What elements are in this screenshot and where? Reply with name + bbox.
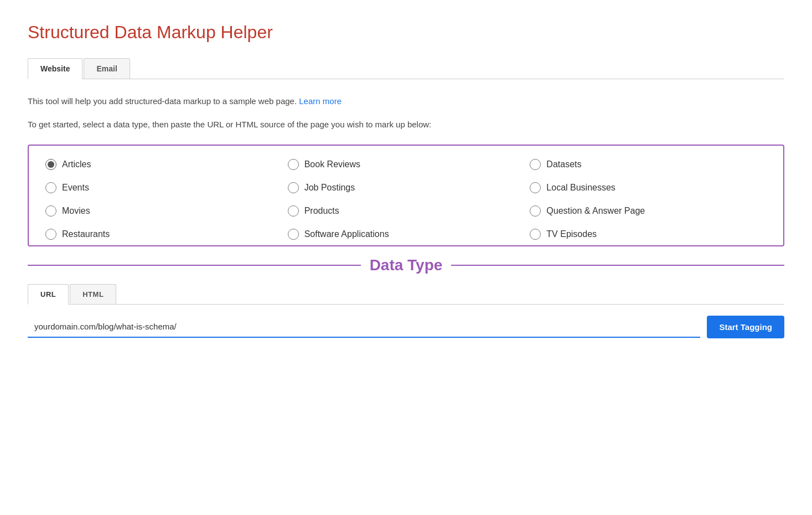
radio-label-datasets: Datasets (546, 159, 581, 169)
radio-label-book-reviews: Book Reviews (304, 159, 360, 169)
radio-item-restaurants[interactable]: Restaurants (45, 229, 282, 240)
radio-local-businesses[interactable] (530, 182, 541, 193)
radio-item-job-postings[interactable]: Job Postings (288, 182, 525, 193)
radio-label-products: Products (304, 206, 339, 216)
url-row: Start Tagging (28, 316, 784, 338)
tab-website[interactable]: Website (28, 58, 82, 79)
radio-label-local-businesses: Local Businesses (546, 183, 616, 193)
start-tagging-button[interactable]: Start Tagging (707, 316, 784, 338)
radio-label-articles: Articles (62, 159, 91, 169)
radio-item-datasets[interactable]: Datasets (530, 159, 767, 170)
radio-label-events: Events (62, 183, 89, 193)
tab-url[interactable]: URL (28, 284, 69, 305)
radio-label-movies: Movies (62, 206, 90, 216)
radio-item-products[interactable]: Products (288, 205, 525, 217)
data-type-selection-box: ArticlesBook ReviewsDatasetsEventsJob Po… (28, 145, 784, 246)
radio-movies[interactable] (45, 205, 56, 217)
radio-products[interactable] (288, 205, 299, 217)
radio-item-articles[interactable]: Articles (45, 159, 282, 170)
description-1: This tool will help you add structured-d… (28, 95, 784, 108)
data-type-label: Data Type (28, 256, 784, 274)
tab-html[interactable]: HTML (70, 284, 116, 304)
learn-more-link[interactable]: Learn more (299, 96, 342, 106)
radio-question-&-answer-page[interactable] (530, 205, 541, 217)
radio-software-applications[interactable] (288, 229, 299, 240)
radio-item-tv-episodes[interactable]: TV Episodes (530, 229, 767, 240)
radio-articles[interactable] (45, 159, 56, 170)
radio-item-events[interactable]: Events (45, 182, 282, 193)
source-tabs: URL HTML (28, 284, 784, 305)
data-type-grid: ArticlesBook ReviewsDatasetsEventsJob Po… (45, 159, 767, 240)
tab-email[interactable]: Email (84, 58, 130, 79)
radio-job-postings[interactable] (288, 182, 299, 193)
radio-item-software-applications[interactable]: Software Applications (288, 229, 525, 240)
radio-item-question-&-answer-page[interactable]: Question & Answer Page (530, 205, 767, 217)
radio-label-restaurants: Restaurants (62, 229, 110, 239)
main-tabs: Website Email (28, 58, 784, 79)
url-input[interactable] (28, 316, 700, 338)
radio-book-reviews[interactable] (288, 159, 299, 170)
radio-events[interactable] (45, 182, 56, 193)
radio-tv-episodes[interactable] (530, 229, 541, 240)
radio-item-movies[interactable]: Movies (45, 205, 282, 217)
description-2: To get started, select a data type, then… (28, 118, 784, 131)
radio-restaurants[interactable] (45, 229, 56, 240)
radio-label-job-postings: Job Postings (304, 183, 355, 193)
radio-datasets[interactable] (530, 159, 541, 170)
radio-item-book-reviews[interactable]: Book Reviews (288, 159, 525, 170)
radio-label-software-applications: Software Applications (304, 229, 389, 239)
radio-item-local-businesses[interactable]: Local Businesses (530, 182, 767, 193)
radio-label-question-&-answer-page: Question & Answer Page (546, 206, 645, 216)
radio-label-tv-episodes: TV Episodes (546, 229, 597, 239)
page-title: Structured Data Markup Helper (28, 22, 784, 43)
